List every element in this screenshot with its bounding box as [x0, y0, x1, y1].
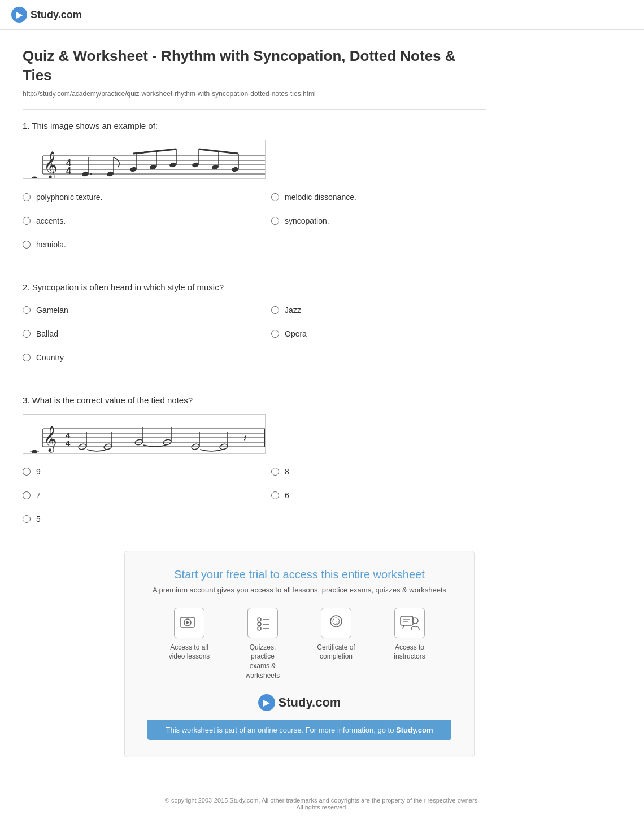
page-header: ▶ Study.com	[0, 0, 644, 30]
svg-line-19	[133, 149, 176, 154]
svg-point-12	[106, 171, 114, 177]
svg-point-10	[90, 173, 92, 175]
video-icon	[180, 615, 198, 631]
answer-1a[interactable]: polyphonic texture.	[23, 188, 237, 206]
logo-text: Study.com	[31, 9, 82, 21]
instructors-icon	[399, 614, 420, 632]
question-3: 3. What is the correct value of the tied…	[23, 395, 486, 528]
notation-1: 𝄞 4 4	[23, 140, 266, 179]
cta-banner-text: This worksheet is part of an online cour…	[166, 726, 394, 734]
answer-2d-text: Opera	[285, 329, 307, 338]
radio-1c[interactable]	[23, 217, 31, 225]
answer-2c[interactable]: Ballad	[23, 325, 237, 343]
cta-icon-quizzes-box	[247, 608, 278, 638]
answer-2c-text: Ballad	[36, 329, 58, 338]
answer-1e-text: hemiola.	[36, 240, 66, 249]
cta-icon-instructors: Access toinstructors	[384, 608, 435, 681]
answer-1e[interactable]: hemiola.	[23, 236, 237, 254]
radio-2b[interactable]	[271, 306, 279, 314]
answer-3d[interactable]: 6	[271, 486, 486, 504]
answer-3a-text: 9	[36, 467, 41, 476]
cta-icon-certificate: ☺ Certificate ofcompletion	[311, 608, 362, 681]
answer-1b-text: melodic dissonance.	[285, 193, 356, 202]
question-3-answers: 9 8 7 6 5	[23, 463, 486, 528]
answer-3a[interactable]: 9	[23, 463, 237, 481]
certificate-icon: ☺	[327, 614, 346, 632]
radio-1b[interactable]	[271, 193, 279, 201]
answer-1b[interactable]: melodic dissonance.	[271, 188, 486, 206]
cta-box: Start your free trial to access this ent…	[124, 551, 475, 757]
radio-2a[interactable]	[23, 306, 31, 314]
question-2: 2. Syncopation is often heard in which s…	[23, 282, 486, 367]
answer-3b-text: 8	[285, 467, 289, 476]
answer-1d-text: syncopation.	[285, 216, 329, 225]
cta-icon-video-box	[174, 608, 204, 638]
footer: © copyright 2003-2015 Study.com. All oth…	[0, 786, 644, 822]
cta-video-label: Access to allvideo lessons	[169, 643, 210, 662]
answer-2e-text: Country	[36, 353, 64, 362]
footer-text: © copyright 2003-2015 Study.com. All oth…	[11, 797, 633, 804]
svg-point-8	[81, 171, 89, 177]
svg-point-60	[258, 618, 261, 621]
cta-banner-link[interactable]: Study.com	[396, 726, 433, 734]
cta-icon-certificate-box: ☺	[321, 608, 351, 638]
notation-3: 𝄞 4 4	[23, 414, 266, 454]
answer-3e[interactable]: 5	[23, 510, 237, 528]
question-2-answers: Gamelan Jazz Ballad Opera Country	[23, 301, 486, 367]
cta-title: Start your free trial to access this ent…	[147, 568, 451, 581]
cta-icon-quizzes: Quizzes, practiceexams & worksheets	[237, 608, 288, 681]
cta-banner: This worksheet is part of an online cour…	[147, 720, 451, 740]
answer-3e-text: 5	[36, 515, 41, 524]
answer-1d[interactable]: syncopation.	[271, 212, 486, 230]
question-1-answers: polyphonic texture. melodic dissonance. …	[23, 188, 486, 254]
answer-3c[interactable]: 7	[23, 486, 237, 504]
svg-text:☺: ☺	[334, 619, 340, 625]
cta-certificate-label: Certificate ofcompletion	[317, 643, 355, 662]
question-1-text: 1. This image shows an example of:	[23, 121, 486, 130]
radio-3b[interactable]	[271, 468, 279, 476]
svg-point-24	[231, 166, 239, 172]
svg-text:𝄞: 𝄞	[43, 151, 58, 179]
answer-1c[interactable]: accents.	[23, 212, 237, 230]
answer-2b[interactable]: Jazz	[271, 301, 486, 319]
radio-3e[interactable]	[23, 515, 31, 523]
svg-point-17	[169, 162, 177, 168]
cta-icon-instructors-box	[394, 608, 425, 638]
svg-line-70	[403, 625, 404, 629]
radio-3d[interactable]	[271, 491, 279, 499]
svg-point-13	[129, 166, 137, 172]
radio-1a[interactable]	[23, 193, 31, 201]
svg-text:𝄞: 𝄞	[43, 426, 57, 453]
radio-3c[interactable]	[23, 491, 31, 499]
answer-2d[interactable]: Opera	[271, 325, 486, 343]
answer-3d-text: 6	[285, 491, 289, 500]
answer-1c-text: accents.	[36, 216, 66, 225]
cta-instructors-label: Access toinstructors	[394, 643, 425, 662]
svg-text:4: 4	[66, 166, 71, 176]
answer-2a[interactable]: Gamelan	[23, 301, 237, 319]
answer-2e[interactable]: Country	[23, 348, 237, 367]
radio-2d[interactable]	[271, 330, 279, 338]
svg-text:4: 4	[66, 438, 71, 448]
cta-subtitle: A premium account gives you access to al…	[147, 586, 451, 594]
notation-svg-1: 𝄞 4 4	[29, 146, 266, 179]
radio-1e[interactable]	[23, 241, 31, 249]
cta-logo-text: Study.com	[279, 695, 341, 710]
answer-2b-text: Jazz	[285, 306, 301, 315]
svg-point-20	[192, 162, 199, 168]
radio-2e[interactable]	[23, 354, 31, 361]
cta-logo-icon: ▶	[258, 694, 275, 711]
radio-3a[interactable]	[23, 468, 31, 476]
logo-icon: ▶	[11, 7, 27, 23]
radio-2c[interactable]	[23, 330, 31, 338]
answer-3b[interactable]: 8	[271, 463, 486, 481]
question-1: 1. This image shows an example of: 𝄞 4 4	[23, 121, 486, 254]
radio-1d[interactable]	[271, 217, 279, 225]
main-content: Quiz & Worksheet - Rhythm with Syncopati…	[0, 30, 508, 774]
site-logo[interactable]: ▶ Study.com	[11, 7, 633, 23]
svg-rect-69	[401, 616, 413, 625]
notation-svg-3: 𝄞 4 4	[29, 420, 266, 454]
cta-icon-video: Access to allvideo lessons	[164, 608, 215, 681]
page-url: http://study.com/academy/practice/quiz-w…	[23, 90, 486, 98]
page-title: Quiz & Worksheet - Rhythm with Syncopati…	[23, 47, 486, 85]
